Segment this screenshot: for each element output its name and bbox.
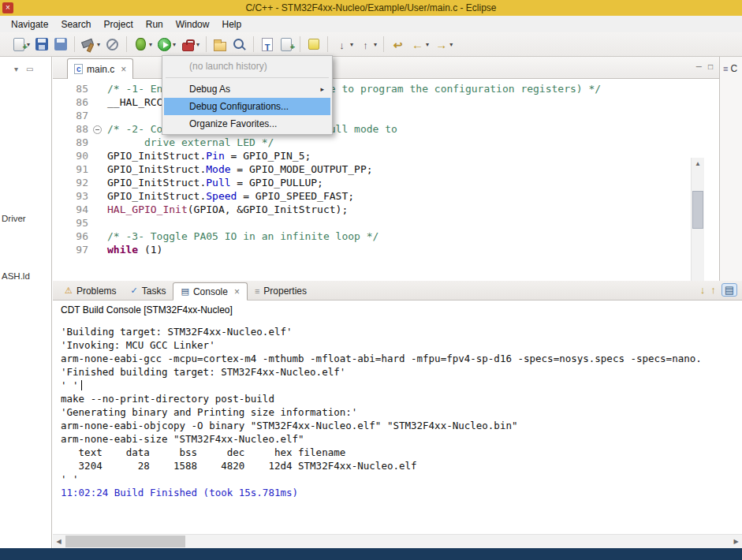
dropdown-caret-icon[interactable]: ▾ (426, 41, 429, 48)
next-annotation-button[interactable]: ▾ (333, 34, 355, 54)
tab-properties[interactable]: ≡Properties (248, 282, 314, 300)
menu-bar: NavigateSearchProjectRunWindowHelp (0, 16, 742, 32)
type-icon (262, 38, 273, 51)
window-icon: × (2, 2, 13, 13)
scroll-up-button[interactable]: ↑ (710, 284, 716, 296)
horizontal-scroll-thumb[interactable] (65, 536, 185, 547)
console-line: ' ' (61, 472, 742, 486)
menubar-item-search[interactable]: Search (54, 17, 97, 32)
save2-icon (54, 38, 67, 50)
menubar-item-navigate[interactable]: Navigate (5, 17, 54, 32)
explorer-item-driver[interactable]: Driver (2, 214, 26, 223)
line-number: 96 (53, 230, 91, 244)
doc-icon (13, 38, 24, 51)
toolbar-separator (300, 36, 300, 52)
dropdown-caret-icon[interactable]: ▾ (173, 41, 176, 48)
mark-occurrences-button[interactable] (305, 34, 323, 54)
tab-tasks[interactable]: ✓Tasks (124, 282, 173, 300)
code-text: HAL_GPIO_Init(GPIOA, &GPIO_InitStruct); (104, 203, 348, 217)
save-button[interactable] (33, 34, 50, 54)
back-button[interactable]: ▾ (408, 34, 431, 54)
project-explorer-strip[interactable]: ▾ ▭ Driver ASH.ld (0, 57, 52, 548)
outline-view-label: C (730, 63, 737, 74)
dropdown-caret-icon[interactable]: ▾ (449, 41, 453, 48)
pin-console-button[interactable]: ▤ (721, 283, 737, 297)
menubar-item-help[interactable]: Help (215, 17, 248, 32)
line-number: 86 (53, 96, 91, 110)
tab-console[interactable]: ▤Console× (173, 282, 247, 301)
explorer-item-flash-ld[interactable]: ASH.ld (2, 271, 30, 281)
close-tab-icon[interactable]: × (234, 286, 240, 297)
run-button[interactable]: ▾ (155, 34, 177, 54)
fold-spacer (91, 190, 104, 203)
outline-view-icon[interactable]: ≡ (723, 64, 728, 73)
scroll-left-arrow[interactable]: ◀ (53, 535, 65, 548)
window-title: C/C++ - STM32F4xx-Nucleo/Example/User/ma… (0, 2, 742, 13)
external-tools-button[interactable]: ▾ (179, 34, 201, 54)
console-output[interactable]: 'Building target: STM32F4xx-Nucleo.elf''… (53, 320, 742, 532)
view-menu-icon[interactable]: ▾ (14, 65, 18, 73)
skip-breakpoints-button[interactable] (103, 34, 121, 54)
code-line: 96/* -3- Toggle PA05 IO in an infinite l… (53, 230, 706, 244)
scroll-right-arrow[interactable]: ▶ (730, 535, 742, 548)
new-cpp-project-button[interactable] (211, 34, 229, 54)
editor-tab-main-c[interactable]: main.c × (67, 58, 133, 79)
launch-menu-item-no-launch-history[interactable]: (no launch history) (164, 58, 330, 75)
line-number: 93 (53, 190, 91, 203)
save-all-button[interactable] (52, 34, 69, 54)
build-button[interactable]: ▾ (80, 34, 102, 54)
last-edit-location-button[interactable] (389, 34, 407, 54)
console-horizontal-scrollbar[interactable]: ◀ ▶ (53, 534, 742, 548)
tab-problems[interactable]: ⚠Problems (58, 282, 124, 300)
code-editor[interactable]: 85/* -1- Enable GPIOA Clock (to be able … (53, 79, 719, 281)
properties-view-icon: ≡ (255, 286, 259, 296)
close-tab-icon[interactable]: × (121, 64, 126, 75)
minimize-view-icon[interactable]: ▭ (26, 65, 33, 73)
dropdown-caret-icon[interactable]: ▾ (149, 41, 152, 48)
toolbar-separator (383, 36, 384, 52)
console-line: 'Generating binary and Printing size inf… (61, 405, 742, 419)
search-button[interactable] (230, 34, 248, 54)
fold-collapse-icon[interactable] (91, 123, 104, 136)
dropdown-caret-icon[interactable]: ▾ (97, 41, 100, 48)
fold-spacer (91, 177, 104, 190)
console-line: arm-none-eabi-objcopy -O binary "STM32F4… (61, 419, 742, 432)
fold-spacer (91, 83, 104, 96)
code-text: GPIO_InitStruct.Mode = GPIO_MODE_OUTPUT_… (104, 163, 373, 177)
outline-view-strip[interactable]: ≡ C (719, 57, 742, 281)
open-resource-button[interactable] (278, 34, 295, 54)
console-line: make --no-print-directory post-build (61, 392, 742, 405)
vertical-scroll-thumb[interactable] (692, 191, 703, 229)
code-area[interactable]: 85/* -1- Enable GPIOA Clock (to be able … (53, 79, 706, 260)
code-line: 91GPIO_InitStruct.Mode = GPIO_MODE_OUTPU… (53, 163, 706, 177)
console-line: 'Invoking: MCU GCC Linker' (61, 338, 742, 352)
debug-button[interactable]: ▾ (132, 34, 154, 54)
toolbar-separator (126, 36, 127, 52)
maximize-editor-icon[interactable]: □ (708, 62, 713, 71)
menubar-item-run[interactable]: Run (140, 17, 170, 32)
code-line: 85/* -1- Enable GPIOA Clock (to be able … (53, 83, 706, 96)
toolbar-separator (74, 36, 75, 52)
console-line: arm-none-eabi-gcc -mcpu=cortex-m4 -mthum… (61, 352, 742, 365)
previous-annotation-button[interactable]: ▾ (356, 34, 378, 54)
line-number: 87 (53, 110, 91, 123)
forward-button[interactable]: ▾ (432, 34, 454, 54)
dropdown-caret-icon[interactable]: ▾ (374, 41, 377, 48)
scroll-down-button[interactable]: ↓ (700, 284, 706, 296)
dropdown-caret-icon[interactable]: ▾ (196, 41, 199, 48)
minimize-editor-icon[interactable]: ─ (696, 62, 702, 71)
console-line: 3204 28 1588 4820 12d4 STM32F4xx-Nucleo.… (61, 459, 742, 472)
scroll-up-arrow[interactable]: ▲ (692, 158, 704, 170)
launch-menu-item-debug-configurations[interactable]: Debug Configurations... (164, 98, 330, 115)
launch-menu-item-organize-favorites[interactable]: Organize Favorites... (164, 115, 330, 133)
line-number: 88 (53, 123, 91, 136)
menubar-item-project[interactable]: Project (97, 17, 139, 32)
editor-tab-label: main.c (87, 64, 114, 75)
save-icon (35, 38, 48, 50)
new-wizard-button[interactable]: ▾ (10, 34, 32, 54)
dropdown-caret-icon[interactable]: ▾ (350, 41, 353, 48)
launch-menu-item-debug-as[interactable]: Debug As▸ (164, 80, 330, 98)
open-type-button[interactable] (259, 34, 276, 54)
code-text: drive external LED */ (104, 136, 274, 150)
menubar-item-window[interactable]: Window (170, 17, 216, 32)
